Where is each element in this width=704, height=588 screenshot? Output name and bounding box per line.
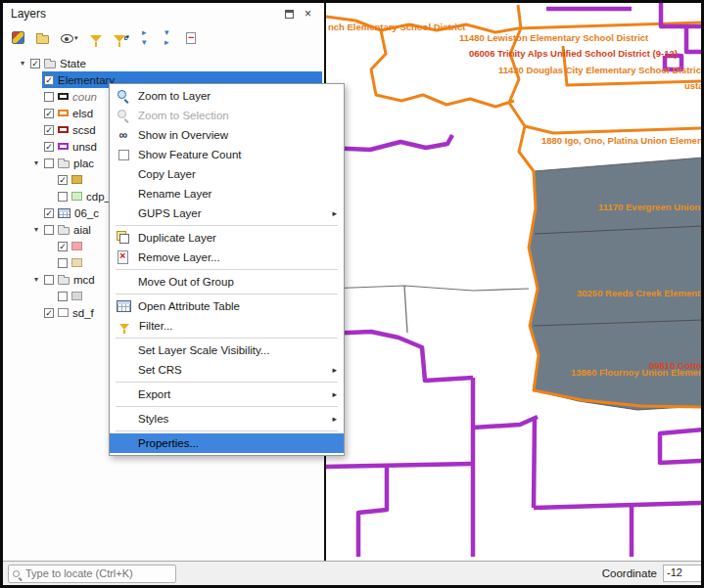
menu-item-label: Copy Layer: [138, 168, 337, 180]
float-panel-icon: [285, 10, 294, 19]
filter-legend-button[interactable]: [88, 31, 104, 44]
dropdown-caret-icon: ▾: [74, 34, 78, 41]
menu-item-rename-layer[interactable]: Rename Layer: [110, 184, 344, 204]
visibility-checkbox[interactable]: [44, 225, 54, 235]
layer-label: unsd: [72, 141, 97, 153]
menu-item-styles[interactable]: Styles▸: [110, 409, 344, 429]
submenu-arrow-icon: ▸: [332, 389, 337, 399]
layer-symbol-fill-pink: [71, 242, 82, 250]
visibility-checkbox[interactable]: [44, 275, 54, 285]
menu-item-move-out-of-group[interactable]: Move Out of Group: [110, 272, 344, 292]
visibility-checkbox[interactable]: ✓: [58, 175, 68, 185]
visibility-checkbox[interactable]: [44, 158, 54, 168]
float-panel-button[interactable]: [283, 8, 296, 21]
layer-symbol-fill-lightgreen: [71, 192, 82, 201]
visibility-checkbox[interactable]: ✓: [44, 109, 54, 118]
visibility-checkbox[interactable]: ✓: [30, 59, 40, 68]
open-layer-styling-icon: [12, 31, 24, 44]
menu-item-copy-layer[interactable]: Copy Layer: [110, 164, 344, 184]
layer-label: cdp_: [86, 191, 111, 203]
collapse-all-button[interactable]: [162, 29, 176, 46]
layer-label: elsd: [72, 108, 93, 119]
submenu-arrow-icon: ▸: [332, 414, 337, 424]
visibility-checkbox[interactable]: ✓: [44, 308, 54, 318]
open-layer-styling-button[interactable]: [10, 29, 26, 46]
group-row-state[interactable]: ▾✓State: [3, 55, 322, 71]
locate-input[interactable]: [23, 566, 161, 580]
menu-separator: [116, 294, 338, 294]
expander-icon[interactable]: ▾: [30, 158, 42, 167]
menu-item-filter[interactable]: Filter...: [110, 316, 344, 336]
menu-item-gups-layer[interactable]: GUPS Layer▸: [110, 204, 344, 223]
layer-label: sd_f: [72, 307, 94, 319]
menu-separator: [116, 269, 338, 270]
map-canvas[interactable]: nch Elementary School District11480 Lewi…: [324, 3, 701, 561]
menu-item-label: Move Out of Group: [138, 276, 337, 288]
menu-separator: [116, 406, 338, 407]
layer-label: scsd: [72, 124, 96, 136]
layer-symbol-outline-orange: [58, 110, 69, 116]
menu-item-label: Styles: [138, 413, 325, 425]
expander-icon[interactable]: ▾: [30, 225, 42, 234]
menu-item-export[interactable]: Export▸: [110, 384, 344, 404]
visibility-checkbox[interactable]: ✓: [44, 142, 54, 152]
layer-symbol-outline-maroon: [58, 126, 69, 133]
visibility-checkbox[interactable]: [58, 192, 68, 202]
visibility-checkbox[interactable]: [58, 258, 68, 268]
menu-icon-spacer: [116, 187, 131, 201]
menu-item-properties[interactable]: Properties...: [110, 433, 344, 453]
menu-item-label: Zoom to Selection: [138, 110, 337, 121]
remove-layer-group-button[interactable]: [184, 30, 198, 46]
qgis-window: Layers × ▾▾ ▾✓State✓Elementarycoun✓elsd✓…: [0, 0, 704, 588]
expander-icon[interactable]: ▾: [17, 59, 28, 68]
menu-separator: [116, 225, 338, 226]
visibility-checkbox[interactable]: ✓: [58, 242, 68, 251]
menu-item-set-crs[interactable]: Set CRS▸: [110, 360, 344, 380]
district-fill-polygon: [529, 158, 701, 410]
menu-item-remove-layer[interactable]: Remove Layer...: [110, 248, 344, 267]
layer-symbol-fill-gold: [71, 175, 82, 184]
submenu-arrow-icon: ▸: [332, 365, 337, 375]
layer-symbol-outline-black: [58, 93, 69, 100]
close-panel-button[interactable]: ×: [302, 8, 314, 21]
group-folder-icon: [44, 61, 56, 68]
coordinate-value[interactable]: -12: [663, 565, 704, 582]
expander-icon[interactable]: ▾: [30, 275, 42, 284]
visibility-checkbox[interactable]: ✓: [44, 125, 54, 135]
manage-map-themes-button[interactable]: ▾: [59, 30, 80, 45]
menu-icon-spacer: [116, 343, 131, 357]
layer-symbol-outline-purple: [58, 143, 69, 150]
duplicate-layer-icon: [116, 231, 131, 245]
menu-item-open-attribute-table[interactable]: Open Attribute Table: [110, 296, 344, 316]
remove-layer-group-icon: [186, 32, 196, 44]
menu-icon-spacer: [116, 412, 131, 426]
menu-item-duplicate-layer[interactable]: Duplicate Layer: [110, 228, 344, 248]
menu-item-set-layer-scale-visibility[interactable]: Set Layer Scale Visibility...: [110, 340, 344, 360]
visibility-checkbox[interactable]: ✓: [44, 208, 54, 218]
add-group-icon: [36, 35, 49, 44]
layer-label: 06_c: [74, 207, 99, 219]
coordinate-label: Coordinate: [602, 567, 657, 579]
layer-label: Elementary: [58, 74, 115, 86]
submenu-arrow-icon: ▸: [332, 208, 337, 218]
menu-item-label: Show in Overview: [138, 129, 337, 141]
layer-symbol-fill-beige: [71, 258, 82, 267]
visibility-checkbox[interactable]: ✓: [44, 75, 54, 85]
visibility-checkbox[interactable]: [58, 292, 68, 301]
layer-label: mcd: [73, 274, 95, 286]
add-group-button[interactable]: [34, 30, 51, 46]
menu-item-zoom-to-layer[interactable]: Zoom to Layer: [110, 86, 344, 106]
attribute-table-icon: [116, 299, 131, 313]
expand-all-icon: [141, 31, 152, 44]
menu-icon-spacer: [116, 206, 131, 220]
layer-label: State: [60, 58, 86, 69]
filter-by-expression-button[interactable]: ▾: [112, 31, 132, 44]
locator-search[interactable]: [8, 565, 176, 583]
menu-item-show-feature-count[interactable]: Show Feature Count: [110, 145, 344, 164]
expand-all-button[interactable]: [139, 29, 154, 46]
visibility-checkbox[interactable]: [44, 92, 54, 102]
menu-separator: [116, 430, 338, 431]
county-boundary-lines: [326, 286, 529, 333]
layer-label: aial: [73, 224, 91, 236]
menu-item-show-in-overview[interactable]: Show in Overview: [110, 125, 344, 145]
